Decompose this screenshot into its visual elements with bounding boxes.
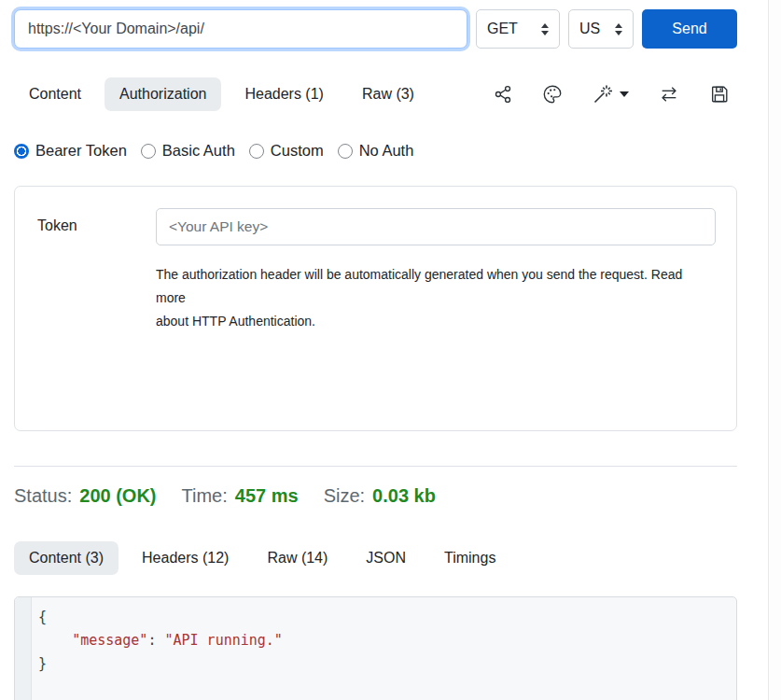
tab-raw[interactable]: Raw (3) <box>347 77 429 111</box>
status-value: 200 (OK) <box>79 485 156 506</box>
request-toolbar <box>493 83 737 105</box>
method-select[interactable]: GET <box>476 9 560 49</box>
radio-unselected-icon <box>338 144 353 159</box>
select-arrows-icon <box>541 23 549 35</box>
radio-unselected-icon <box>141 144 156 159</box>
time-label: Time: <box>182 485 228 506</box>
tab-content[interactable]: Content <box>14 77 96 111</box>
token-help-line1: The authorization header will be automat… <box>156 263 716 310</box>
response-status-row: Status:200 (OK) Time:457 ms Size:0.03 kb <box>14 485 737 507</box>
chevron-down-icon <box>620 91 629 97</box>
section-divider <box>14 466 737 467</box>
response-tabbar: Content (3) Headers (12) Raw (14) JSON T… <box>14 541 737 575</box>
api-client-page: GET US Send Content Authorization Header… <box>14 0 737 700</box>
response-tabs: Content (3) Headers (12) Raw (14) JSON T… <box>14 541 510 575</box>
token-input[interactable] <box>156 208 716 245</box>
token-label: Token <box>37 208 156 430</box>
time-stat: Time:457 ms <box>182 485 299 507</box>
radio-label: Bearer Token <box>35 142 127 160</box>
radio-selected-icon <box>14 144 29 159</box>
page-scrollbar[interactable] <box>768 0 781 700</box>
resp-tab-json[interactable]: JSON <box>351 541 421 575</box>
url-input[interactable] <box>14 9 467 49</box>
time-value: 457 ms <box>235 485 299 506</box>
token-help-text: The authorization header will be automat… <box>156 263 716 333</box>
response-body: { "message": "API running."} <box>14 596 737 700</box>
region-select[interactable]: US <box>568 9 634 49</box>
radio-custom[interactable]: Custom <box>249 142 324 160</box>
size-value: 0.03 kb <box>372 485 436 506</box>
region-select-value: US <box>579 21 600 37</box>
radio-no-auth[interactable]: No Auth <box>338 142 414 160</box>
select-arrows-icon <box>615 23 622 35</box>
resp-tab-content[interactable]: Content (3) <box>14 541 119 575</box>
share-icon[interactable] <box>493 84 513 105</box>
radio-unselected-icon <box>249 144 264 159</box>
palette-icon[interactable] <box>542 84 563 105</box>
resp-tab-timings[interactable]: Timings <box>429 541 510 575</box>
size-label: Size: <box>324 485 365 506</box>
magic-wand-icon[interactable] <box>592 83 629 105</box>
send-button[interactable]: Send <box>642 9 737 49</box>
code-gutter <box>15 597 32 700</box>
auth-type-options: Bearer Token Basic Auth Custom No Auth <box>14 142 737 160</box>
resp-tab-headers[interactable]: Headers (12) <box>127 541 244 575</box>
request-tabbar: Content Authorization Headers (1) Raw (3… <box>14 77 737 111</box>
radio-label: Basic Auth <box>162 142 235 160</box>
radio-label: Custom <box>271 142 324 160</box>
status-label: Status: <box>14 485 72 506</box>
status-stat: Status:200 (OK) <box>14 485 157 507</box>
radio-label: No Auth <box>359 142 414 160</box>
swap-requests-icon[interactable] <box>658 84 680 105</box>
token-panel: Token The authorization header will be a… <box>14 186 737 431</box>
token-help-line2: about HTTP Authentication. <box>156 310 716 333</box>
radio-basic-auth[interactable]: Basic Auth <box>141 142 235 160</box>
request-bar: GET US Send <box>14 9 737 49</box>
tab-authorization[interactable]: Authorization <box>105 77 221 111</box>
resp-tab-raw[interactable]: Raw (14) <box>252 541 342 575</box>
save-icon[interactable] <box>709 84 730 105</box>
tab-headers[interactable]: Headers (1) <box>230 77 338 111</box>
radio-bearer-token[interactable]: Bearer Token <box>14 142 127 160</box>
response-json-code[interactable]: { "message": "API running."} <box>32 597 736 700</box>
request-tabs: Content Authorization Headers (1) Raw (3… <box>14 77 429 111</box>
method-select-value: GET <box>487 21 518 37</box>
size-stat: Size:0.03 kb <box>324 485 436 507</box>
